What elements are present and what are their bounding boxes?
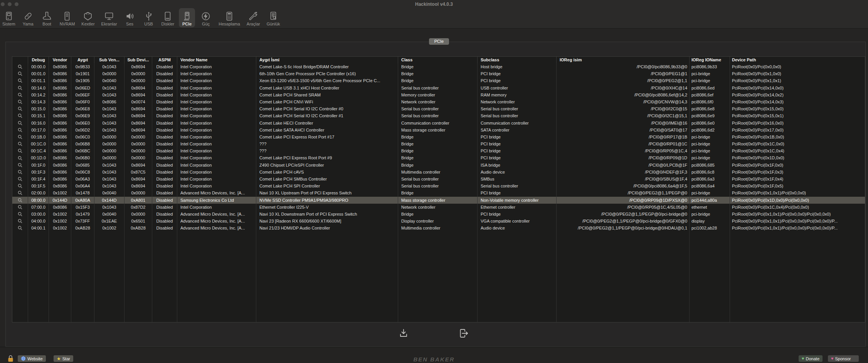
column-header-ioreg_ioname[interactable]: IOReg IOName — [690, 57, 730, 63]
cell-sub-vendor: 0x1043 — [94, 91, 124, 98]
toolbar-item-kextler[interactable]: Kextler — [79, 8, 96, 27]
inspect-button[interactable] — [12, 140, 28, 147]
cell-vendor-name: Intel Corporation — [177, 154, 256, 161]
cell-device-name: Navi 10 XL Upstream Port of PCI Express … — [256, 189, 398, 196]
inspect-button[interactable] — [12, 105, 28, 112]
column-header-device_path[interactable]: Device Path — [730, 57, 865, 63]
inspect-button[interactable] — [12, 84, 28, 91]
toolbar-item-yama[interactable]: Yama — [20, 8, 36, 27]
toolbar-item-pcie[interactable]: PCIe — [179, 8, 195, 27]
inspect-button[interactable] — [12, 169, 28, 176]
column-header-vendor[interactable]: Vendor — [49, 57, 71, 63]
table-row[interactable]: 02:00.0 0x1002 0x1478 0x0040 0x0000 Disa… — [12, 189, 865, 196]
toolbar-item-sistem[interactable]: Sistem — [0, 8, 17, 27]
inspect-button[interactable] — [12, 176, 28, 182]
toolbar-item-ekranlar[interactable]: Ekranlar — [99, 8, 119, 27]
table-row[interactable]: 00:1C.0 0x8086 0x06B8 0x0000 0x0000 Disa… — [12, 140, 865, 147]
inspect-button[interactable] — [12, 189, 28, 196]
sponsor-button[interactable]: ♥ Sponsor — [828, 355, 859, 362]
cell-sub-vendor: 0x1043 — [94, 120, 124, 127]
inspect-button[interactable] — [12, 120, 28, 127]
table-row[interactable]: 00:1F.5 0x8086 0x06A4 0x1043 0x8694 Disa… — [12, 182, 865, 189]
table-row[interactable]: 00:00.0 0x8086 0x9B33 0x1043 0x8694 Disa… — [12, 63, 865, 70]
toolbar-item-hesaplama[interactable]: Hesaplama — [217, 8, 242, 27]
download-button[interactable] — [398, 328, 409, 339]
table-row[interactable]: 07:00.0 0x8086 0x15F3 0x1043 0x87D2 Disa… — [12, 204, 865, 211]
table-row[interactable]: 00:14.3 0x8086 0x06F0 0x8086 0x0074 Disa… — [12, 98, 865, 105]
table-row[interactable]: 00:16.0 0x8086 0x06E0 0x1043 0x8694 Disa… — [12, 120, 865, 127]
table-row[interactable]: 04:00.1 0x1002 0xAB28 0x1002 0xAB28 Disa… — [12, 225, 865, 231]
table-row[interactable]: 00:1B.0 0x8086 0x06C0 0x0000 0x0000 Disa… — [12, 133, 865, 140]
cell-vendor: 0x8086 — [49, 176, 71, 182]
table-row[interactable]: 00:1F.0 0x8086 0x0685 0x1043 0x8694 Disa… — [12, 162, 865, 169]
cell-sub-device: 0x0000 — [124, 147, 152, 154]
toolbar-item-boot[interactable]: Boot — [39, 8, 55, 27]
column-header-subclass[interactable]: Subclass — [478, 57, 557, 63]
table-row[interactable]: 00:01.1 0x8086 0x1905 0x0040 0x0000 Disa… — [12, 77, 865, 84]
column-header-device[interactable]: Aygıt — [71, 57, 94, 63]
table-row[interactable]: 00:01.0 0x8086 0x1901 0x0000 0x0000 Disa… — [12, 70, 865, 77]
inspect-button[interactable] — [12, 127, 28, 133]
table-row[interactable]: 03:00.0 0x1002 0x1479 0x0040 0x0000 Disa… — [12, 211, 865, 218]
search-icon — [18, 205, 22, 209]
column-header-vendor_name[interactable]: Vendor Name — [177, 57, 256, 63]
table-row[interactable]: 00:1D.0 0x8086 0x06B0 0x0000 0x0000 Disa… — [12, 154, 865, 161]
inspect-button[interactable] — [12, 112, 28, 119]
table-row[interactable]: 04:00.0 0x1002 0x73FF 0x1EAE 0x6501 Disa… — [12, 218, 865, 225]
inspect-button[interactable] — [12, 182, 28, 189]
cell-sub-device: 0x8694 — [124, 176, 152, 182]
inspect-button[interactable] — [12, 91, 28, 98]
inspect-button[interactable] — [12, 147, 28, 154]
column-header-debug[interactable]: Debug — [28, 57, 49, 63]
inspect-button[interactable] — [12, 98, 28, 105]
cell-device-path: PciRoot(0x0)/Pci(0x14,0x0) — [730, 84, 865, 91]
grid-column — [28, 232, 49, 322]
toolbar-item-guc[interactable]: Güç — [198, 8, 214, 27]
toolbar-item-araclar[interactable]: Araçlar — [245, 8, 262, 27]
inspect-button[interactable] — [12, 204, 28, 211]
toolbar-item-nvram[interactable]: NVRAM — [58, 8, 77, 27]
cell-sub-device: 0x0000 — [124, 140, 152, 147]
column-header-sub_device[interactable]: Sub Devi... — [124, 57, 152, 63]
table-row[interactable]: 00:15.1 0x8086 0x06E9 0x1043 0x8694 Disa… — [12, 112, 865, 119]
column-header-ioreg_name[interactable]: IOReg isim — [557, 57, 690, 63]
toolbar-item-usb[interactable]: USB — [141, 8, 157, 27]
boot-icon — [42, 11, 52, 21]
table-row[interactable]: 00:1F.4 0x8086 0x06A3 0x1043 0x8694 Disa… — [12, 176, 865, 182]
column-header-find[interactable] — [12, 57, 28, 63]
inspect-button[interactable] — [12, 133, 28, 140]
column-header-class[interactable]: Class — [398, 57, 478, 63]
toolbar-item-diskler[interactable]: Diskler — [160, 8, 177, 27]
inspect-button[interactable] — [12, 225, 28, 231]
column-header-device_name[interactable]: Aygıt İsmi — [256, 57, 398, 63]
table-row[interactable]: 00:14.0 0x8086 0x06ED 0x1043 0x8694 Disa… — [12, 84, 865, 91]
cell-ioreg-name: /PCI0@0/CNVW@14,3 — [557, 98, 690, 105]
cell-device-path: PciRoot(0x0)/Pci(0x1F,0x4) — [730, 176, 865, 182]
inspect-button[interactable] — [12, 154, 28, 161]
inspect-button[interactable] — [12, 211, 28, 218]
inspect-button[interactable] — [12, 70, 28, 77]
table-row[interactable]: 00:1F.3 0x8086 0x06C8 0x1043 0x87C5 Disa… — [12, 169, 865, 176]
toolbar-item-gunluk[interactable]: Günlük — [265, 8, 282, 27]
inspect-button[interactable] — [12, 218, 28, 225]
table-row[interactable]: 00:17.0 0x8086 0x06D2 0x1043 0x8694 Disa… — [12, 127, 865, 133]
inspect-button[interactable] — [12, 162, 28, 169]
cell-subclass: Network controller — [478, 98, 557, 105]
cell-aspm: Disabled — [152, 211, 177, 218]
table-row[interactable]: 00:1C.4 0x8086 0x06BC 0x0000 0x0000 Disa… — [12, 147, 865, 154]
table-row[interactable]: 00:15.0 0x8086 0x06E8 0x1043 0x8694 Disa… — [12, 105, 865, 112]
export-button[interactable] — [458, 328, 469, 339]
table-row[interactable]: 00:14.2 0x8086 0x06EF 0x1043 0x8694 Disa… — [12, 91, 865, 98]
column-header-aspm[interactable]: ASPM — [152, 57, 177, 63]
inspect-button[interactable] — [12, 197, 28, 204]
cell-class: Bridge — [398, 211, 478, 218]
inspect-button[interactable] — [12, 77, 28, 84]
donate-button[interactable]: ♥ Donate — [799, 355, 823, 362]
cell-device: 0x06E0 — [71, 120, 94, 127]
table-row[interactable]: 08:00.0 0x144D 0xA80A 0x144D 0xA801 Disa… — [12, 197, 865, 204]
toolbar-item-ses[interactable]: Ses — [122, 8, 138, 27]
cell-debug: 02:00.0 — [28, 189, 49, 196]
column-header-sub_vendor[interactable]: Sub Ven... — [94, 57, 124, 63]
inspect-button[interactable] — [12, 63, 28, 70]
tab-pcie[interactable]: PCIe — [429, 38, 449, 45]
